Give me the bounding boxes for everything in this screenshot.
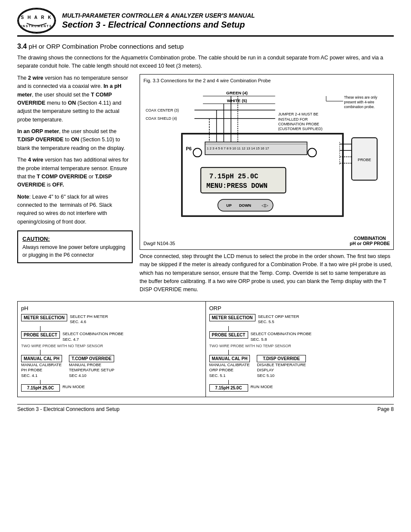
svg-text:DOWN: DOWN [239, 203, 251, 208]
ph-cal-row: MANUAL CAL PH MANUAL CALIBRATEPH PROBESE… [21, 355, 202, 378]
main-content: The 2 wire version has no temperature se… [17, 74, 394, 294]
left-column: The 2 wire version has no temperature se… [17, 74, 133, 294]
combo-probe-label: COMBINATIONpH or ORP PROBE [350, 236, 390, 246]
orp-probe-row: PROBE SELECT SELECT COMBINATION PROBESEC… [209, 331, 390, 342]
orp-probe-select-box: PROBE SELECT [209, 331, 248, 339]
orp-probe-select-note: SELECT COMBINATION PROBESEC. 5.8 [251, 331, 312, 342]
flow-section: pH METER SELECTION SELECT PH METERSEC. 4… [17, 301, 394, 397]
orp-tdisp-box: T.DISP OVERRIDE [257, 355, 306, 362]
svg-text:◁▷: ◁▷ [262, 203, 268, 208]
svg-text:GREEN (4): GREEN (4) [226, 90, 248, 95]
note-text: Note: Leave 4" to 6" slack for all wires… [17, 193, 133, 227]
header-titles: MULTI-PARAMETER CONTROLLER & ANALYZER US… [62, 12, 394, 30]
orp-manual-cal-box: MANUAL CAL PH [209, 355, 250, 362]
manual-title: MULTI-PARAMETER CONTROLLER & ANALYZER US… [62, 12, 394, 19]
svg-text:COAX SHIELD (4): COAX SHIELD (4) [146, 116, 177, 121]
svg-text:INSTALLED FOR: INSTALLED FOR [278, 117, 308, 121]
svg-point-0 [19, 9, 55, 32]
logo: S H A R K INSTRUMENTS [17, 8, 56, 34]
ph-run-box: 7.15pH 25.0C [21, 384, 60, 392]
wiring-diagram: GREEN (4) WHITE (5) COAX CENTER (3) COAX… [143, 86, 390, 232]
svg-text:JUMPER 2-4 MUST BE: JUMPER 2-4 MUST BE [278, 112, 318, 116]
svg-text:7.15pH   25.0C: 7.15pH 25.0C [209, 173, 258, 180]
svg-text:INSTRUMENTS: INSTRUMENTS [21, 25, 53, 28]
orp-run-box: 7.15pH 25.0C [209, 384, 248, 392]
orp-meter-row: METER SELECTION SELECT ORP METERSEC. 5.5 [209, 314, 390, 325]
footer: Section 3 - Electrical Connections and S… [17, 404, 394, 412]
footer-left: Section 3 - Electrical Connections and S… [17, 406, 119, 412]
svg-text:present with 4-wire: present with 4-wire [344, 100, 374, 104]
ph-tcomp-note: MANUAL PROBETEMPERATURE SETUPSEC 4.10 [69, 362, 114, 378]
section-title: Section 3 - Electrical Connections and S… [62, 20, 394, 30]
right-column: Fig. 3.3 Connections for the 2 and 4 wir… [140, 74, 394, 294]
svg-text:combination probe.: combination probe. [344, 104, 374, 109]
ph-meter-selection-box: METER SELECTION [21, 314, 67, 321]
ph-tcomp-box: T.COMP OVERRIDE [69, 355, 114, 362]
ph-wire-note: TWO WIRE PROBE WITH NO TEMP SENSOR [21, 344, 202, 348]
section-heading: 3.4 pH or ORP Combination Probe connecti… [17, 43, 394, 50]
svg-text:PROBE: PROBE [358, 158, 371, 162]
orp-tdisp-note: DISABLE TEMPERATUREDISPLAYSEC 5.10 [257, 362, 306, 378]
svg-text:These wires are only: These wires are only [344, 95, 377, 100]
ph-meter-selection-note: SELECT PH METERSEC. 4.6 [70, 314, 108, 325]
svg-text:COAX CENTER (3): COAX CENTER (3) [146, 108, 179, 112]
orp-meter-selection-box: METER SELECTION [209, 314, 255, 321]
ph-probe-row: PROBE SELECT SELECT COMBINATION PROBESEC… [21, 331, 202, 342]
intro-text: The drawing shows the connections for th… [17, 54, 394, 71]
header: S H A R K INSTRUMENTS MULTI-PARAMETER CO… [17, 8, 394, 37]
dwg-label: Dwg# N104-35 [143, 241, 175, 246]
orp-flow: ORP METER SELECTION SELECT ORP METERSEC.… [206, 302, 394, 397]
figure-caption: Fig. 3.3 Connections for the 2 and 4 wir… [143, 78, 390, 83]
left-text-1: The 2 wire version has no temperature se… [17, 74, 133, 124]
ph-run-mode: RUN MODE [62, 384, 85, 389]
footer-right: Page 8 [377, 406, 394, 412]
orp-meter-selection-note: SELECT ORP METERSEC. 5.5 [258, 314, 299, 325]
orp-wire-note: TWO WIRE PROBE WITH NO TEMP SENSOR [209, 344, 390, 348]
ph-manual-cal-note: MANUAL CALIBRATEPH PROBESEC. 4.1 [21, 362, 62, 378]
svg-text:COMBINATION PROBE: COMBINATION PROBE [278, 122, 319, 126]
ph-probe-select-box: PROBE SELECT [21, 331, 60, 339]
ph-meter-row: METER SELECTION SELECT PH METERSEC. 4.6 [21, 314, 202, 325]
orp-flow-title: ORP [209, 305, 390, 311]
ph-manual-cal-box: MANUAL CAL PH [21, 355, 62, 362]
svg-text:WHITE (5): WHITE (5) [227, 98, 247, 103]
svg-text:(CUSTOMER SUPPLIED): (CUSTOMER SUPPLIED) [278, 127, 323, 131]
svg-text:MENU:PRESS  DOWN: MENU:PRESS DOWN [206, 182, 268, 190]
svg-text:1  2  3  4  5  6  7  8  9 10 1: 1 2 3 4 5 6 7 8 9 10 11 12 13 14 15 16 1… [207, 146, 269, 150]
caution-title: CAUTION: [22, 235, 128, 243]
figure-box: Fig. 3.3 Connections for the 2 and 4 wir… [140, 74, 394, 250]
left-text-2: In an ORP meter, the user should set the… [17, 128, 133, 152]
ph-flow: pH METER SELECTION SELECT PH METERSEC. 4… [18, 302, 206, 397]
svg-text:UP: UP [226, 203, 231, 208]
left-text-3: The 4 wire version has two additional wi… [17, 156, 133, 190]
ph-flow-title: pH [21, 305, 202, 311]
desc-text: Once connected, step throught the LCD me… [140, 252, 394, 294]
orp-run-row: 7.15pH 25.0C RUN MODE [209, 384, 390, 392]
orp-run-mode: RUN MODE [251, 384, 273, 389]
orp-cal-row: MANUAL CAL PH MANUAL CALIBRATEORP PROBES… [209, 355, 390, 378]
ph-run-row: 7.15pH 25.0C RUN MODE [21, 384, 202, 392]
svg-text:S H A R K: S H A R K [21, 15, 53, 20]
ph-probe-select-note: SELECT COMBINATION PROBESEC. 4.7 [62, 331, 124, 342]
orp-manual-cal-note: MANUAL CALIBRATEORP PROBESEC. 5.1 [209, 362, 250, 378]
caution-box: CAUTION: Always remove line power before… [17, 230, 133, 263]
svg-text:P6: P6 [186, 146, 192, 151]
caution-text: Always remove line power before unpluggi… [22, 243, 128, 259]
